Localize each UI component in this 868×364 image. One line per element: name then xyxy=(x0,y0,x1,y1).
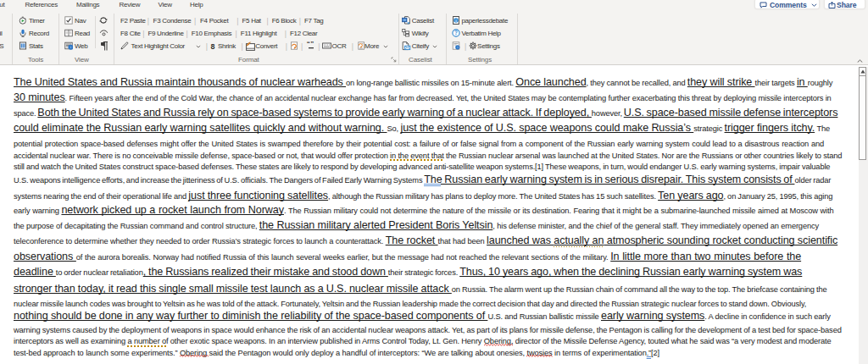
svg-text:?: ? xyxy=(454,30,458,36)
